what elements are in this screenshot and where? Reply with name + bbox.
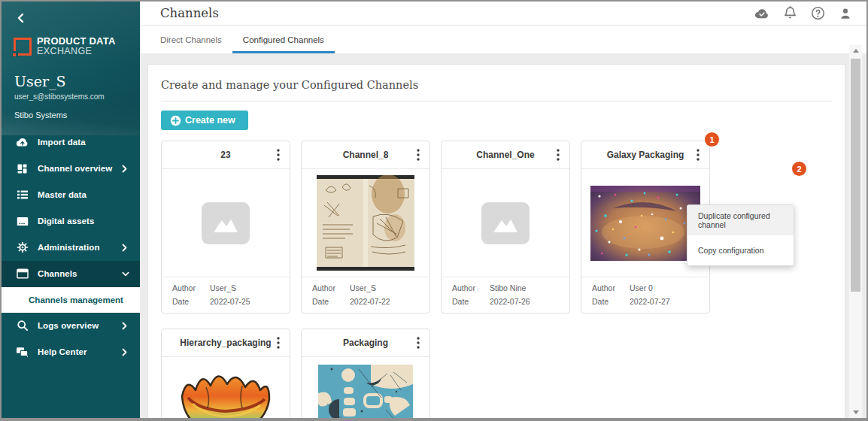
channel-card[interactable]: Channel_8	[301, 141, 430, 313]
page-title: Channels	[160, 6, 754, 20]
user-company: Stibo Systems	[14, 111, 140, 120]
channel-thumbnail-placeholder	[162, 169, 290, 277]
cloud-upload-icon	[16, 136, 29, 149]
chevron-right-icon	[122, 164, 129, 173]
account-icon[interactable]	[838, 6, 853, 21]
author-value: User_S	[210, 283, 236, 292]
kebab-menu-icon[interactable]	[410, 147, 426, 163]
channel-thumbnail	[302, 357, 429, 418]
tab-bar: Direct Channels Configured Channels	[140, 25, 866, 53]
notifications-bell-icon[interactable]	[782, 6, 797, 21]
sidebar-subitem-channels-management[interactable]: Channels management	[2, 287, 140, 313]
sidebar-item-label: Administration	[38, 243, 122, 252]
date-label: Date	[452, 297, 481, 306]
user-name: User_S	[14, 73, 140, 89]
chevron-down-icon	[122, 269, 129, 278]
channel-card-grid: 23 AuthorUser_S Date2022-0	[161, 141, 731, 418]
date-label: Date	[592, 297, 621, 306]
channel-thumbnail	[302, 169, 429, 277]
date-label: Date	[172, 297, 201, 306]
user-email: user_s@stibosystems.com	[14, 92, 140, 101]
sidebar-item-label: Help Center	[38, 347, 122, 356]
channel-card[interactable]: 23 AuthorUser_S Date2022-0	[161, 141, 290, 313]
sidebar-item-channels[interactable]: Channels	[2, 261, 140, 287]
list-icon	[16, 189, 29, 201]
annotation-badge-1: 1	[705, 132, 719, 147]
sidebar-item-import-data[interactable]: Import data	[2, 129, 140, 156]
image-placeholder-icon	[202, 202, 250, 244]
grid-icon	[16, 162, 29, 175]
date-value: 2022-07-22	[350, 297, 390, 306]
create-new-button[interactable]: Create new	[161, 111, 248, 130]
date-label: Date	[312, 297, 341, 306]
annotation-badge-2: 2	[792, 162, 806, 176]
author-value: User_S	[350, 283, 376, 292]
author-label: Author	[312, 283, 341, 292]
sidebar-item-administration[interactable]: Administration	[2, 235, 140, 261]
kebab-menu-icon[interactable]	[270, 147, 287, 163]
sidebar-item-label: Digital assets	[38, 217, 129, 226]
sidebar-item-logs-overview[interactable]: Logs overview	[2, 313, 140, 339]
author-label: Author	[452, 283, 481, 292]
sidebar: PRODUCT DATA EXCHANGE User_S user_s@stib…	[2, 2, 140, 418]
pdx-logo-icon	[14, 38, 32, 56]
kebab-menu-icon[interactable]	[410, 335, 426, 351]
sidebar-nav: Import data Channel overview Master d	[2, 129, 140, 365]
author-label: Author	[592, 283, 621, 292]
panel-heading: Create and manage your Configured Channe…	[161, 74, 832, 101]
app-window: PRODUCT DATA EXCHANGE User_S user_s@stib…	[2, 2, 866, 418]
logo-line2: EXCHANGE	[37, 47, 115, 56]
author-value: Stibo Nine	[490, 283, 526, 292]
sidebar-item-label: Channels	[38, 269, 122, 278]
channel-card[interactable]: Packaging	[301, 329, 430, 418]
menu-item-duplicate-configured-channel[interactable]: Duplicate configured channel	[687, 205, 794, 235]
gear-icon	[16, 241, 29, 254]
chevron-right-icon	[122, 321, 129, 330]
kebab-menu-icon[interactable]	[690, 147, 706, 163]
topbar: Channels	[140, 2, 866, 25]
scrollbar-down-arrow[interactable]	[849, 407, 862, 418]
date-value: 2022-07-25	[210, 297, 250, 306]
card-context-menu: Duplicate configured channel Copy config…	[687, 204, 794, 266]
sidebar-collapse-icon[interactable]	[15, 12, 29, 26]
help-icon[interactable]	[810, 6, 825, 21]
brand-logo: PRODUCT DATA EXCHANGE	[2, 2, 140, 56]
chat-icon	[16, 346, 29, 359]
menu-item-copy-configuration[interactable]: Copy configuration	[687, 235, 794, 265]
plus-circle-icon	[170, 115, 181, 126]
sidebar-item-channel-overview[interactable]: Channel overview	[2, 156, 140, 182]
tab-configured-channels[interactable]: Configured Channels	[232, 28, 335, 53]
main-area: Channels Direct Channels Configured Chan…	[140, 2, 866, 418]
author-value: User 0	[630, 283, 653, 292]
channel-thumbnail-placeholder	[442, 169, 569, 277]
cloud-done-icon[interactable]	[754, 6, 769, 21]
sidebar-item-help-center[interactable]: Help Center	[2, 339, 140, 365]
channel-thumbnail	[162, 357, 290, 418]
search-icon	[16, 320, 29, 332]
author-label: Author	[172, 283, 201, 292]
scrollbar-thumb[interactable]	[851, 59, 860, 292]
vertical-scrollbar[interactable]	[849, 45, 862, 418]
sidebar-item-label: Master data	[38, 190, 129, 199]
window-icon	[16, 268, 29, 280]
sidebar-item-label: Channel overview	[38, 164, 122, 173]
tab-direct-channels[interactable]: Direct Channels	[150, 28, 232, 53]
sidebar-item-master-data[interactable]: Master data	[2, 182, 140, 208]
create-new-label: Create new	[185, 115, 235, 126]
channel-card[interactable]: Hierarchy_packaging	[161, 329, 290, 418]
chevron-right-icon	[122, 243, 129, 252]
kebab-menu-icon[interactable]	[270, 335, 287, 351]
content-area: Create and manage your Configured Channe…	[140, 53, 866, 418]
sidebar-item-digital-assets[interactable]: Digital assets	[2, 208, 140, 235]
sidebar-item-label: Import data	[38, 138, 129, 147]
channel-card[interactable]: Channel_One AuthorStibo Nine	[441, 141, 570, 313]
sidebar-item-label: Logs overview	[38, 321, 122, 330]
date-value: 2022-07-27	[630, 297, 670, 306]
kebab-menu-icon[interactable]	[550, 147, 566, 163]
logo-line1: PRODUCT DATA	[37, 36, 115, 47]
chevron-right-icon	[122, 347, 129, 356]
user-info: User_S user_s@stibosystems.com Stibo Sys…	[2, 56, 140, 120]
image-placeholder-icon	[481, 202, 530, 244]
date-value: 2022-07-26	[490, 297, 530, 306]
scrollbar-up-arrow[interactable]	[849, 45, 862, 56]
